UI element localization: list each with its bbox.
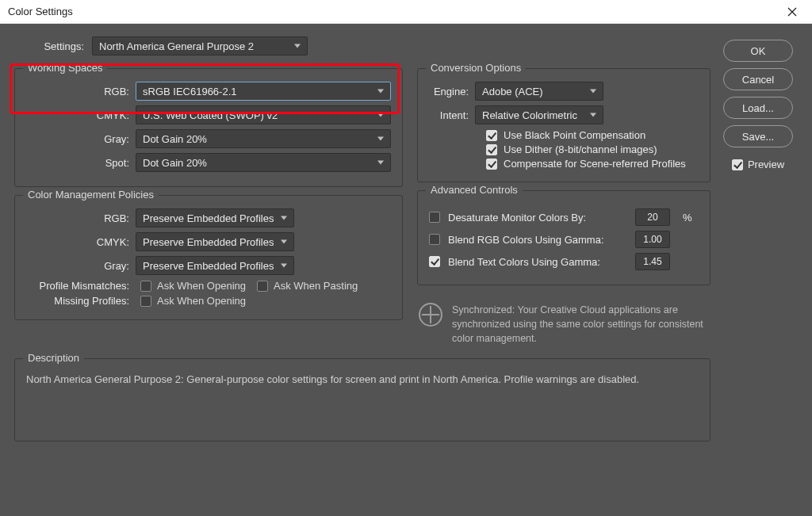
black-point-row: Use Black Point Compensation: [486, 129, 699, 141]
blend-text-input[interactable]: [635, 253, 670, 270]
upper-columns: Working Spaces RGB: sRGB IEC61966-2.1 CM…: [14, 68, 710, 347]
missing-profiles-label: Missing Profiles:: [26, 295, 129, 307]
dither-label: Use Dither (8-bit/channel images): [504, 143, 657, 155]
desaturate-input[interactable]: [635, 208, 670, 226]
pol-gray-row: Gray: Preserve Embedded Profiles: [26, 256, 391, 275]
description-title: Description: [23, 352, 84, 364]
ws-spot-dropdown[interactable]: Dot Gain 20%: [136, 153, 391, 172]
advanced-title: Advanced Controls: [426, 184, 523, 196]
blend-text-checkbox[interactable]: [429, 256, 440, 267]
main-column: Settings: North America General Purpose …: [14, 36, 710, 502]
engine-dropdown[interactable]: Adobe (ACE): [475, 82, 603, 101]
window-title: Color Settings: [8, 6, 780, 17]
missing-opening: Ask When Opening: [140, 295, 246, 307]
settings-label: Settings:: [36, 40, 84, 52]
black-point-checkbox[interactable]: [486, 130, 497, 141]
ok-button[interactable]: OK: [723, 40, 793, 62]
engine-row: Engine: Adobe (ACE): [429, 82, 699, 101]
intent-value: Relative Colorimetric: [482, 109, 577, 121]
blend-text-row: Blend Text Colors Using Gamma:: [429, 253, 699, 270]
desaturate-row: Desaturate Monitor Colors By: %: [429, 208, 699, 226]
desaturate-checkbox[interactable]: [429, 212, 440, 223]
color-settings-window: Color Settings Settings: North America G…: [0, 0, 812, 516]
settings-value: North America General Purpose 2: [99, 40, 254, 52]
desaturate-label: Desaturate Monitor Colors By:: [448, 212, 627, 224]
blend-text-label: Blend Text Colors Using Gamma:: [448, 256, 627, 268]
ws-spot-label: Spot:: [26, 157, 129, 169]
conversion-group: Conversion Options Engine: Adobe (ACE) I…: [417, 68, 710, 182]
working-spaces-title: Working Spaces: [23, 62, 107, 74]
mismatch-opening-checkbox[interactable]: [140, 281, 151, 292]
right-column: Conversion Options Engine: Adobe (ACE) I…: [417, 68, 710, 347]
black-point-label: Use Black Point Compensation: [504, 129, 645, 141]
sync-text: Synchronized: Your Creative Cloud applic…: [452, 303, 709, 346]
blend-rgb-checkbox[interactable]: [429, 234, 440, 245]
pol-rgb-row: RGB: Preserve Embedded Profiles: [26, 208, 391, 227]
mismatch-pasting-checkbox[interactable]: [257, 281, 268, 292]
side-buttons: OK Cancel Load... Save... Preview: [718, 36, 798, 502]
intent-label: Intent:: [429, 109, 469, 121]
description-text: North America General Purpose 2: General…: [26, 373, 699, 385]
close-button[interactable]: [780, 0, 804, 24]
intent-row: Intent: Relative Colorimetric: [429, 105, 699, 124]
conversion-title: Conversion Options: [426, 62, 526, 74]
settings-row: Settings: North America General Purpose …: [36, 36, 710, 55]
pol-cmyk-row: CMYK: Preserve Embedded Profiles: [26, 232, 391, 251]
ws-rgb-dropdown[interactable]: sRGB IEC61966-2.1: [136, 82, 391, 101]
titlebar: Color Settings: [0, 0, 812, 24]
mismatch-pasting: Ask When Pasting: [257, 280, 358, 292]
cancel-button[interactable]: Cancel: [723, 68, 793, 90]
load-button[interactable]: Load...: [723, 97, 793, 119]
policies-title: Color Management Policies: [23, 189, 159, 201]
dialog-body: Settings: North America General Purpose …: [0, 24, 812, 516]
engine-label: Engine:: [429, 86, 469, 97]
blend-rgb-row: Blend RGB Colors Using Gamma:: [429, 231, 699, 248]
pol-gray-dropdown[interactable]: Preserve Embedded Profiles: [136, 256, 294, 275]
pol-gray-label: Gray:: [26, 260, 129, 272]
dither-row: Use Dither (8-bit/channel images): [486, 143, 699, 155]
ws-gray-label: Gray:: [26, 133, 129, 145]
ws-gray-row: Gray: Dot Gain 20%: [26, 129, 391, 148]
pol-rgb-label: RGB:: [26, 212, 129, 224]
blend-rgb-label: Blend RGB Colors Using Gamma:: [448, 234, 627, 246]
ws-gray-dropdown[interactable]: Dot Gain 20%: [136, 129, 391, 148]
ws-cmyk-value: U.S. Web Coated (SWOP) v2: [143, 109, 278, 121]
scene-label: Compensate for Scene-referred Profiles: [504, 158, 686, 170]
intent-dropdown[interactable]: Relative Colorimetric: [475, 105, 603, 124]
settings-dropdown[interactable]: North America General Purpose 2: [92, 36, 308, 55]
policies-group: Color Management Policies RGB: Preserve …: [14, 195, 403, 320]
pol-cmyk-value: Preserve Embedded Profiles: [143, 236, 274, 248]
scene-row: Compensate for Scene-referred Profiles: [486, 158, 699, 170]
scene-checkbox[interactable]: [486, 159, 497, 170]
engine-value: Adobe (ACE): [482, 86, 543, 97]
sync-status: Synchronized: Your Creative Cloud applic…: [417, 300, 710, 347]
left-column: Working Spaces RGB: sRGB IEC61966-2.1 CM…: [14, 68, 403, 347]
pol-cmyk-label: CMYK:: [26, 236, 129, 248]
pol-rgb-value: Preserve Embedded Profiles: [143, 212, 274, 224]
preview-row: Preview: [732, 159, 784, 170]
ws-rgb-value: sRGB IEC61966-2.1: [143, 86, 237, 97]
ws-spot-value: Dot Gain 20%: [143, 157, 207, 169]
ws-rgb-label: RGB:: [26, 86, 129, 97]
dither-checkbox[interactable]: [486, 144, 497, 155]
ws-cmyk-row: CMYK: U.S. Web Coated (SWOP) v2: [26, 105, 391, 124]
mismatch-opening: Ask When Opening: [140, 280, 246, 292]
missing-opening-label: Ask When Opening: [157, 295, 246, 307]
sync-icon: [419, 303, 442, 327]
pol-cmyk-dropdown[interactable]: Preserve Embedded Profiles: [136, 232, 294, 251]
pol-gray-value: Preserve Embedded Profiles: [143, 260, 274, 272]
mismatch-opening-label: Ask When Opening: [157, 280, 246, 292]
advanced-group: Advanced Controls Desaturate Monitor Col…: [417, 190, 710, 285]
ws-gray-value: Dot Gain 20%: [143, 133, 207, 145]
desaturate-unit: %: [683, 212, 699, 224]
blend-rgb-input[interactable]: [635, 231, 670, 248]
missing-opening-checkbox[interactable]: [140, 296, 151, 307]
close-icon: [787, 7, 797, 17]
save-button[interactable]: Save...: [723, 125, 793, 147]
profile-mismatches-row: Profile Mismatches: Ask When Opening Ask…: [26, 280, 391, 292]
ws-cmyk-dropdown[interactable]: U.S. Web Coated (SWOP) v2: [136, 105, 391, 124]
preview-checkbox[interactable]: [732, 159, 743, 170]
ws-cmyk-label: CMYK:: [26, 109, 129, 121]
pol-rgb-dropdown[interactable]: Preserve Embedded Profiles: [136, 208, 294, 227]
ws-rgb-row: RGB: sRGB IEC61966-2.1: [26, 82, 391, 101]
